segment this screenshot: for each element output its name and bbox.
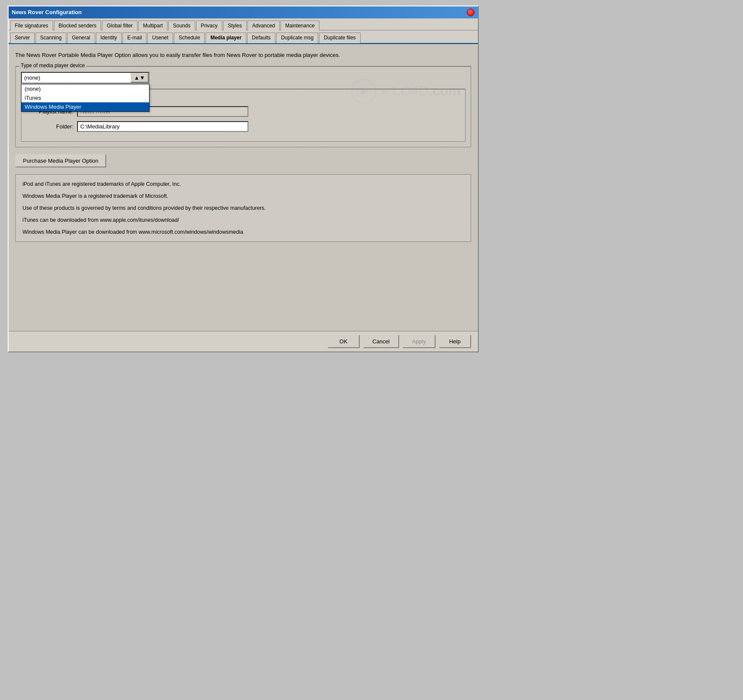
bottom-bar: OK Cancel Apply Help (9, 331, 478, 351)
tab-styles[interactable]: Styles (223, 21, 247, 30)
info-line: Use of these products is governed by ter… (23, 204, 464, 212)
dropdown-option[interactable]: iTunes (21, 93, 149, 102)
help-button[interactable]: Help (439, 335, 471, 348)
close-button[interactable] (467, 9, 474, 16)
tab-e-mail[interactable]: E-mail (122, 33, 146, 43)
tab-identity[interactable]: Identity (96, 33, 122, 43)
dropdown-option[interactable]: Windows Media Player (21, 102, 149, 111)
tab-row-2: ServerScanningGeneralIdentityE-mailUsene… (9, 30, 478, 43)
tab-blocked-senders[interactable]: Blocked senders (54, 21, 101, 30)
tab-advanced[interactable]: Advanced (248, 21, 280, 30)
cancel-button[interactable]: Cancel (363, 335, 399, 348)
window-title: News Rover Configuration (12, 9, 82, 15)
folder-row: Folder: (27, 121, 460, 132)
tab-server[interactable]: Server (10, 33, 35, 43)
intro-text: The News Rover Portable Media Player Opt… (15, 51, 471, 60)
title-bar: News Rover Configuration (9, 6, 478, 18)
tab-row-1: File signaturesBlocked sendersGlobal fil… (9, 18, 478, 30)
dropdown-popup: (none)iTunesWindows Media Player (21, 84, 149, 112)
purchase-button[interactable]: Purchase Media Player Option (15, 154, 106, 167)
tab-defaults[interactable]: Defaults (247, 33, 275, 43)
main-window: News Rover Configuration File signatures… (8, 6, 479, 352)
folder-input[interactable] (77, 121, 248, 132)
tab-multipart[interactable]: Multipart (138, 21, 167, 30)
tab-general[interactable]: General (67, 33, 95, 43)
tab-duplicate-msg[interactable]: Duplicate msg (276, 33, 318, 43)
tab-usenet[interactable]: Usenet (147, 33, 173, 43)
tab-privacy[interactable]: Privacy (196, 21, 222, 30)
info-line: iTunes can be downloaded from www.apple.… (23, 216, 464, 224)
info-box: iPod and iTunes are registered trademark… (15, 174, 471, 242)
info-line: Windows Media Player can be downloaded f… (23, 228, 464, 236)
folder-label: Folder: (27, 123, 74, 130)
tab-sounds[interactable]: Sounds (168, 21, 195, 30)
tab-maintenance[interactable]: Maintenance (280, 21, 319, 30)
tab-file-signatures[interactable]: File signatures (10, 21, 53, 30)
apply-button[interactable]: Apply (403, 335, 436, 348)
tab-schedule[interactable]: Schedule (174, 33, 205, 43)
dropdown-selected-value[interactable]: (none) (22, 73, 131, 83)
dropdown-option[interactable]: (none) (21, 84, 149, 93)
tab-media-player[interactable]: Media player (206, 33, 246, 43)
dropdown-arrow-button[interactable]: ▲▼ (131, 73, 149, 83)
tab-global-filter[interactable]: Global filter (102, 21, 137, 30)
device-group-label: Type of media player device (19, 63, 87, 69)
info-line: Windows Media Player is a registered tra… (23, 192, 464, 200)
info-line: iPod and iTunes are registered trademark… (23, 180, 464, 188)
tab-duplicate-files[interactable]: Duplicate files (319, 33, 361, 43)
tab-scanning[interactable]: Scanning (36, 33, 66, 43)
ok-button[interactable]: OK (328, 335, 360, 348)
device-group-box: Type of media player device (none) ▲▼ (n… (15, 66, 471, 147)
tab-rows: File signaturesBlocked sendersGlobal fil… (9, 18, 478, 44)
content-area: ● LO4D.com The News Rover Portable Media… (9, 44, 478, 331)
dropdown-container: (none) ▲▼ (none)iTunesWindows Media Play… (21, 72, 465, 83)
